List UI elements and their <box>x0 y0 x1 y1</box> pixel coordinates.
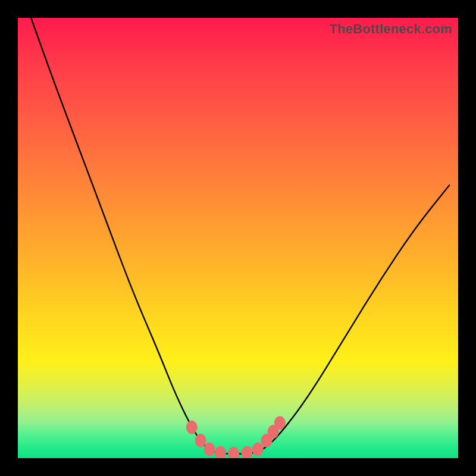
bottleneck-curve <box>31 18 449 454</box>
highlight-dot <box>242 446 252 458</box>
highlight-dot <box>215 446 226 458</box>
chart-frame: TheBottleneck.com <box>0 0 476 476</box>
highlight-dot <box>252 443 263 456</box>
chart-svg <box>18 18 458 458</box>
highlight-dot <box>228 447 239 458</box>
highlight-dot <box>274 416 285 430</box>
highlight-dot <box>195 434 206 447</box>
highlight-dots-group <box>186 416 285 458</box>
highlight-dot <box>204 443 215 456</box>
highlight-dot <box>186 421 197 434</box>
plot-area: TheBottleneck.com <box>18 18 458 458</box>
